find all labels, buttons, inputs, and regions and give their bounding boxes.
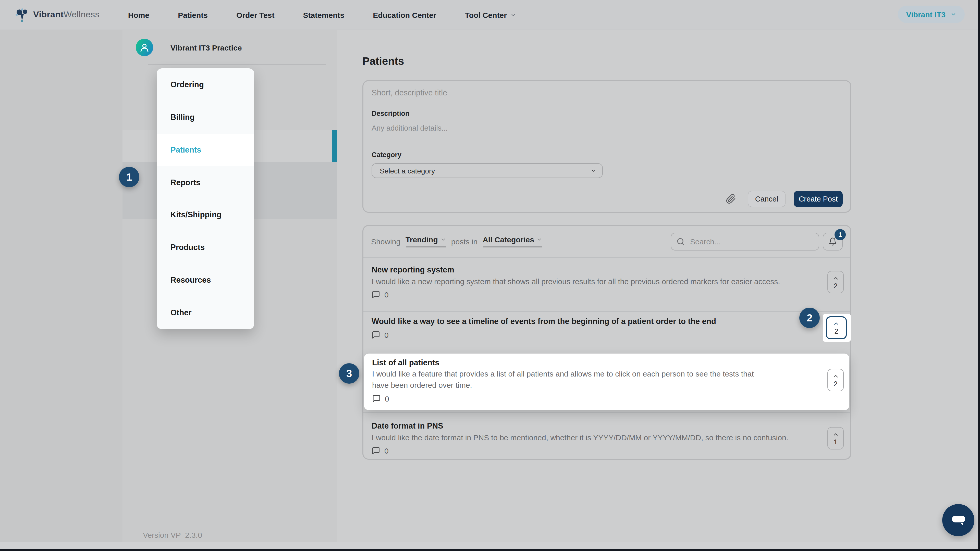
post-title: List of all patients (372, 358, 439, 367)
brand-logo[interactable]: VibrantWellness (15, 8, 100, 22)
person-icon (139, 42, 150, 53)
comment-icon (372, 330, 380, 339)
account-switcher-button[interactable]: Vibrant IT3 (898, 6, 965, 23)
post-comments: 0 (372, 290, 389, 299)
post-description: I would like a feature that provides a l… (372, 368, 760, 391)
chevron-down-icon (441, 237, 446, 242)
divider (363, 311, 850, 312)
menu-item-billing[interactable]: Billing (157, 101, 254, 134)
post-title: Would like a way to see a timeline of ev… (372, 317, 716, 326)
window-bottom-edge (0, 549, 980, 551)
post-row-highlighted[interactable]: List of all patients I would like a feat… (364, 354, 850, 410)
upvote-button[interactable]: 2 (826, 316, 847, 339)
chat-bubble-icon (951, 513, 966, 527)
practice-name: Vibrant IT3 Practice (170, 43, 242, 52)
vibrant-trefoil-icon (15, 8, 29, 22)
menu-item-ordering[interactable]: Ordering (157, 68, 254, 101)
vote-count: 1 (834, 438, 837, 446)
posts-toolbar: Showing Trending posts in All Categories… (363, 226, 850, 257)
search-input[interactable] (689, 237, 808, 246)
comment-count: 0 (384, 290, 389, 299)
nav-item-home[interactable]: Home (128, 11, 149, 19)
menu-item-resources[interactable]: Resources (157, 264, 254, 297)
comment-count: 0 (384, 446, 389, 455)
category-menu: Ordering Billing Patients Reports Kits/S… (157, 68, 254, 329)
nav-menu: Home Patients Order Test Statements Educ… (128, 11, 516, 19)
posts-panel: Showing Trending posts in All Categories… (363, 225, 851, 460)
menu-item-patients[interactable]: Patients (157, 134, 254, 166)
upvote-button[interactable]: 1 (827, 427, 844, 449)
sidebar-active-indicator-bar (332, 130, 337, 162)
menu-item-other[interactable]: Other (157, 297, 254, 329)
divider (363, 412, 850, 413)
paperclip-icon (726, 194, 736, 204)
create-post-button[interactable]: Create Post (794, 191, 843, 207)
nav-item-statements[interactable]: Statements (303, 11, 344, 19)
chevron-up-icon (832, 373, 839, 380)
comment-icon (372, 290, 380, 299)
notifications-button[interactable]: 1 (823, 232, 843, 250)
app-version: Version VP_2.3.0 (143, 530, 202, 539)
menu-item-products[interactable]: Products (157, 231, 254, 264)
comment-count: 0 (385, 394, 389, 403)
category-label: Category (372, 151, 401, 159)
nav-item-patients[interactable]: Patients (178, 11, 208, 19)
window-right-edge (978, 0, 980, 551)
chevron-down-icon (511, 12, 516, 17)
page-title: Patients (363, 55, 404, 67)
comment-count: 0 (384, 330, 389, 339)
tour-step-1-badge: 1 (119, 167, 139, 187)
brand-logo-text: VibrantWellness (33, 10, 100, 20)
menu-item-kits-shipping[interactable]: Kits/Shipping (157, 199, 254, 231)
sort-dropdown[interactable]: Trending (406, 235, 446, 248)
attachment-button[interactable] (726, 194, 736, 204)
app-window: VibrantWellness Home Patients Order Test… (0, 0, 980, 551)
comment-icon (372, 446, 380, 455)
upvote-button[interactable]: 2 (827, 271, 844, 293)
post-description: I would like a new reporting system that… (372, 276, 780, 287)
tour-step-2-badge: 2 (799, 308, 820, 328)
chevron-down-icon (950, 11, 956, 17)
form-footer: Cancel Create Post (363, 186, 850, 212)
vote-count: 2 (834, 282, 837, 289)
chevron-down-icon (537, 237, 542, 242)
search-box (671, 232, 819, 250)
menu-item-reports[interactable]: Reports (157, 166, 254, 199)
comment-icon (372, 394, 381, 403)
tour-step-3-badge: 3 (339, 363, 360, 384)
cancel-button[interactable]: Cancel (748, 191, 786, 207)
top-navbar: VibrantWellness Home Patients Order Test… (0, 0, 980, 30)
post-comments: 0 (372, 446, 389, 455)
vote-count: 2 (834, 327, 838, 335)
showing-label: Showing (371, 237, 401, 246)
account-label: Vibrant IT3 (906, 10, 946, 19)
description-input[interactable]: Any additional details... (372, 124, 448, 132)
chevron-up-icon (833, 321, 840, 327)
upvote-button[interactable]: 2 (827, 369, 844, 391)
post-description: I would like the date format in PNS to b… (372, 432, 788, 443)
chevron-down-icon (590, 168, 596, 173)
page-left-margin (0, 30, 123, 542)
vote-count: 2 (834, 380, 837, 387)
posts-in-label: posts in (451, 237, 477, 246)
post-title: Date format in PNS (372, 421, 443, 430)
nav-item-order-test[interactable]: Order Test (236, 11, 275, 19)
post-comments: 0 (372, 330, 389, 339)
post-comments: 0 (372, 394, 389, 403)
chat-launcher-button[interactable] (942, 504, 974, 536)
description-label: Description (372, 110, 410, 118)
search-icon (676, 237, 685, 246)
divider (363, 257, 850, 257)
create-post-form: Short, descriptive title Description Any… (363, 80, 851, 213)
post-title-input[interactable]: Short, descriptive title (372, 88, 447, 97)
horizontal-scrollbar-track[interactable] (0, 542, 978, 549)
category-select-value: Select a category (380, 167, 435, 175)
tour-spotlight: 2 (823, 314, 851, 342)
nav-item-education-center[interactable]: Education Center (373, 11, 436, 19)
nav-item-tool-center[interactable]: Tool Center (465, 11, 516, 19)
category-filter-dropdown[interactable]: All Categories (483, 235, 542, 248)
practice-avatar (136, 39, 153, 56)
notification-count-badge: 1 (835, 229, 846, 240)
post-title: New reporting system (372, 265, 454, 275)
category-select[interactable]: Select a category (372, 163, 603, 178)
